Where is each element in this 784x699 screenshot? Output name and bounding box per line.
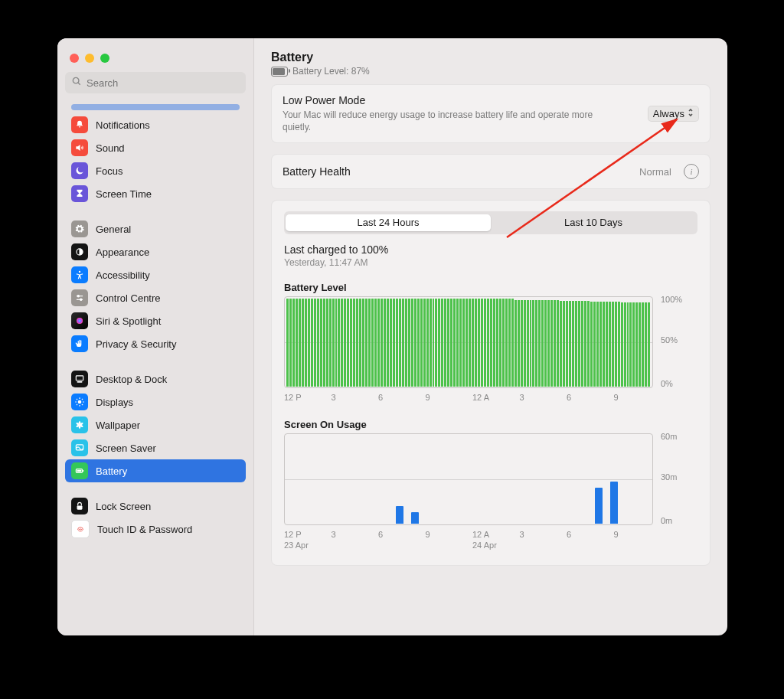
sidebar-item-privacy[interactable]: Privacy & Security [65, 332, 246, 355]
svg-point-8 [77, 318, 83, 324]
sidebar-item-label: Screen Saver [96, 443, 156, 454]
svg-line-18 [82, 399, 83, 400]
minimize-window-button[interactable] [85, 54, 94, 63]
sidebar-item-label: Siri & Spotlight [96, 315, 161, 327]
search-icon [71, 76, 82, 90]
chart-usage-title: Screen On Usage [284, 419, 697, 430]
chart-usage-dates: 23 Apr 24 Apr [284, 541, 697, 550]
lowpower-value: Always [653, 108, 684, 119]
lock-icon [71, 498, 88, 514]
hourglass-icon [71, 185, 88, 202]
sidebar-item-label: Sound [96, 142, 125, 154]
sidebar-item-label: Displays [96, 397, 133, 408]
main-pane: Battery Battery Level: 87% Low Power Mod… [254, 38, 727, 635]
segmented-control: Last 24 Hours Last 10 Days [284, 211, 697, 234]
sidebar-item-appearance[interactable]: Appearance [65, 240, 246, 263]
chart-battery-yaxis: 100% 50% 0% [653, 296, 697, 387]
sidebar-item-label: Accessibility [96, 269, 150, 281]
sidebar-item-displays[interactable]: Displays [65, 390, 246, 413]
sidebar-item-screentime[interactable]: Screen Time [65, 182, 246, 205]
sidebar-item-label: Appearance [96, 247, 149, 258]
sidebar-item-desktopdock[interactable]: Desktop & Dock [65, 367, 246, 390]
touchid-icon [71, 520, 90, 538]
svg-point-11 [78, 400, 82, 404]
health-value: Normal [639, 166, 671, 178]
sliders-icon [71, 289, 88, 306]
chevrons-updown-icon [688, 108, 694, 119]
chart-battery-xaxis: 12 P 3 6 9 12 A 3 6 9 [284, 393, 697, 402]
tab-last10[interactable]: Last 10 Days [491, 214, 696, 231]
sidebar-item-touchid[interactable]: Touch ID & Password [65, 518, 246, 541]
sidebar-item-label: Battery [96, 465, 127, 477]
sidebar-item-label: Privacy & Security [96, 338, 176, 350]
info-icon[interactable]: i [684, 164, 699, 179]
sidebar-item-general[interactable]: General [65, 217, 246, 240]
sidebar-item-label: Lock Screen [96, 501, 151, 512]
svg-rect-25 [77, 505, 83, 509]
svg-line-19 [77, 404, 77, 405]
svg-rect-10 [77, 381, 83, 383]
sidebar-item-sound[interactable]: Sound [65, 136, 246, 159]
sidebar-item-siri[interactable]: Siri & Spotlight [65, 309, 246, 332]
gear-icon [71, 220, 88, 237]
bell-icon [71, 116, 88, 133]
close-window-button[interactable] [70, 54, 79, 63]
svg-line-16 [77, 399, 77, 400]
sidebar-item-lockscreen[interactable]: Lock Screen [65, 495, 246, 518]
displays-icon [71, 394, 88, 410]
sidebar-item-label: Wallpaper [96, 420, 140, 431]
screensaver-icon [71, 439, 88, 456]
lowpower-desc: Your Mac will reduce energy usage to inc… [283, 109, 604, 133]
hand-icon [71, 335, 88, 352]
speaker-icon [71, 139, 88, 156]
svg-point-5 [77, 296, 79, 297]
sidebar: Notifications Sound Focus [57, 38, 254, 635]
sidebar-item-battery[interactable]: Battery [65, 459, 246, 482]
zoom-window-button[interactable] [100, 54, 109, 63]
battery-icon [71, 462, 88, 479]
health-title: Battery Health [283, 165, 351, 178]
sidebar-item-label: Touch ID & Password [97, 524, 192, 535]
sidebar-item-focus[interactable]: Focus [65, 159, 246, 182]
svg-rect-24 [77, 470, 82, 472]
chart-usage: 60m 30m 0m 12 P 3 6 9 12 A 3 6 9 23 Apr [284, 433, 697, 550]
sidebar-item-accessibility[interactable]: Accessibility [65, 263, 246, 286]
battery-level-icon [271, 67, 288, 77]
lowpower-title: Low Power Mode [283, 94, 604, 106]
svg-rect-9 [76, 376, 83, 381]
sidebar-nav: Notifications Sound Focus [57, 104, 253, 635]
sidebar-item-screensaver[interactable]: Screen Saver [65, 436, 246, 459]
svg-point-3 [79, 271, 80, 273]
sidebar-item-label: Screen Time [96, 188, 152, 200]
health-card: Battery Health Normal i [271, 154, 710, 189]
sidebar-item-controlcentre[interactable]: Control Centre [65, 286, 246, 309]
svg-rect-23 [83, 470, 83, 472]
wallpaper-icon [71, 416, 88, 433]
accessibility-icon [71, 266, 88, 283]
sidebar-item-notifications[interactable]: Notifications [65, 113, 246, 136]
chart-battery-plot [284, 296, 653, 388]
lowpower-popup[interactable]: Always [648, 106, 699, 122]
dock-icon [71, 371, 88, 387]
svg-line-17 [82, 404, 83, 405]
siri-icon [71, 312, 88, 329]
sidebar-item-label: Focus [96, 165, 122, 177]
sidebar-item-wallpaper[interactable]: Wallpaper [65, 413, 246, 436]
sidebar-item-label: Notifications [96, 119, 150, 131]
sidebar-item-label: Control Centre [96, 292, 161, 304]
page-title: Battery [271, 51, 710, 64]
svg-line-1 [78, 83, 80, 85]
svg-point-0 [73, 77, 79, 83]
moon-icon [71, 162, 88, 179]
search-input[interactable] [65, 72, 246, 93]
window-controls [57, 44, 253, 72]
sidebar-item-label: General [96, 224, 131, 235]
last-charged-line: Last charged to 100% [284, 243, 697, 256]
chart-usage-yaxis: 60m 30m 0m [653, 433, 697, 524]
settings-window: Notifications Sound Focus [57, 38, 727, 635]
chart-battery-title: Battery Level [284, 282, 697, 293]
tab-last24[interactable]: Last 24 Hours [286, 214, 491, 231]
last-charged-sub: Yesterday, 11:47 AM [284, 257, 697, 268]
svg-point-7 [80, 299, 82, 300]
history-card: Last 24 Hours Last 10 Days Last charged … [271, 200, 710, 566]
